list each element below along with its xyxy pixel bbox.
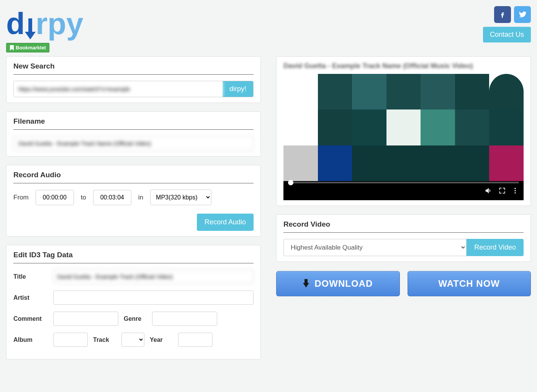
video-progress-handle[interactable] — [288, 180, 293, 185]
quality-select[interactable]: Highest Available Quality — [283, 239, 467, 256]
download-button[interactable]: DOWNLOAD — [276, 271, 400, 296]
record-audio-title: Record Audio — [13, 171, 254, 183]
id3-genre-label: Genre — [124, 315, 147, 322]
twitter-icon — [518, 10, 527, 19]
id3-track-label: Track — [93, 336, 116, 343]
id3-artist-label: Artist — [13, 294, 48, 301]
video-preview-panel: David Guetta - Example Track Name (Offic… — [276, 56, 531, 206]
logo[interactable]: d rpy — [6, 6, 83, 41]
facebook-icon — [498, 10, 507, 19]
id3-comment-label: Comment — [13, 315, 48, 322]
id3-album-input[interactable] — [53, 333, 88, 347]
from-label: From — [13, 194, 29, 201]
svg-rect-0 — [28, 18, 32, 32]
bookmarklet-button[interactable]: Bookmarklet — [6, 43, 49, 52]
id3-panel: Edit ID3 Tag Data Title Artist Comment G… — [6, 245, 261, 359]
logo-text-d: d — [6, 6, 25, 41]
from-time-input[interactable] — [36, 190, 74, 205]
new-search-title: New Search — [13, 62, 254, 75]
id3-album-label: Album — [13, 336, 48, 343]
watch-now-button[interactable]: WATCH NOW — [408, 271, 531, 296]
id3-genre-input[interactable] — [152, 312, 217, 326]
id3-year-input[interactable] — [178, 333, 213, 347]
record-video-panel: Record Video Highest Available Quality R… — [276, 214, 531, 262]
id3-title: Edit ID3 Tag Data — [13, 251, 254, 263]
filename-title: Filename — [13, 117, 254, 130]
to-time-input[interactable] — [93, 190, 131, 205]
filename-panel: Filename — [6, 111, 261, 157]
more-icon[interactable] — [511, 187, 519, 194]
format-select[interactable]: MP3(320 kbps) — [150, 189, 211, 205]
bookmark-icon — [10, 45, 14, 51]
id3-comment-input[interactable] — [53, 312, 118, 326]
logo-arrow-icon — [25, 15, 36, 41]
record-audio-panel: Record Audio From to in MP3(320 kbps) Re… — [6, 165, 261, 237]
bookmarklet-label: Bookmarklet — [16, 45, 46, 51]
svg-point-2 — [514, 188, 516, 189]
contact-us-button[interactable]: Contact Us — [483, 27, 531, 42]
id3-title-input[interactable] — [53, 270, 254, 284]
volume-icon[interactable] — [485, 186, 493, 195]
id3-artist-input[interactable] — [53, 291, 254, 305]
twitter-button[interactable] — [514, 6, 531, 23]
video-player[interactable] — [283, 74, 524, 200]
svg-point-4 — [514, 192, 516, 193]
dirpy-button[interactable]: dirpy! — [223, 81, 253, 97]
video-thumbnail — [283, 74, 524, 181]
video-controls — [283, 181, 524, 200]
to-label: to — [81, 194, 86, 201]
id3-track-select[interactable] — [121, 333, 144, 347]
new-search-panel: New Search dirpy! — [6, 56, 261, 103]
fullscreen-icon[interactable] — [498, 187, 506, 194]
search-input[interactable] — [14, 81, 223, 97]
svg-point-3 — [514, 190, 516, 191]
facebook-button[interactable] — [494, 6, 511, 23]
in-label: in — [138, 194, 143, 201]
id3-year-label: Year — [150, 336, 173, 343]
video-title: David Guetta - Example Track Name (Offic… — [283, 62, 524, 70]
download-label: DOWNLOAD — [314, 278, 373, 289]
svg-marker-1 — [25, 32, 36, 39]
logo-text-rpy: rpy — [36, 6, 83, 41]
record-audio-button[interactable]: Record Audio — [197, 214, 254, 231]
video-progress-track[interactable] — [288, 182, 519, 183]
id3-title-label: Title — [13, 273, 48, 280]
watch-label: WATCH NOW — [438, 278, 500, 289]
record-video-button[interactable]: Record Video — [467, 239, 524, 256]
record-video-title: Record Video — [283, 220, 524, 233]
filename-input[interactable] — [13, 136, 254, 151]
